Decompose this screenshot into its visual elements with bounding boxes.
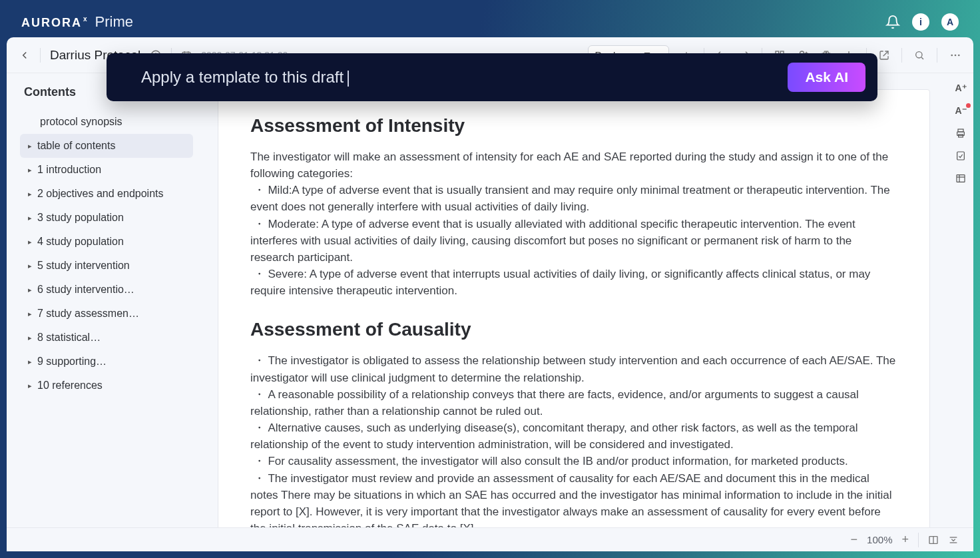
divider bbox=[40, 48, 41, 63]
header-actions: i A bbox=[885, 13, 959, 31]
right-rail: A⁺ A⁻ bbox=[948, 73, 973, 527]
toc-item-5[interactable]: ▸4 study population bbox=[20, 230, 193, 254]
sidebar: Contents protocol synopsis▸table of cont… bbox=[7, 73, 200, 527]
toc-item-4[interactable]: ▸3 study population bbox=[20, 206, 193, 230]
toc-item-label: 9 supporting… bbox=[37, 356, 107, 368]
brand-logo-text: AURORA bbox=[21, 16, 82, 30]
chevron-right-icon: ▸ bbox=[28, 310, 32, 318]
chevron-right-icon: ▸ bbox=[28, 334, 32, 342]
toc-item-9[interactable]: ▸8 statistical… bbox=[20, 326, 193, 350]
toc-item-7[interactable]: ▸6 study interventio… bbox=[20, 278, 193, 302]
font-decrease[interactable]: A⁻ bbox=[955, 105, 966, 116]
open-external-icon[interactable] bbox=[879, 50, 889, 61]
svg-point-17 bbox=[951, 54, 953, 56]
paragraph-causality: ・ The investigator is obligated to asses… bbox=[250, 352, 897, 527]
svg-rect-20 bbox=[958, 129, 963, 132]
ask-ai-button[interactable]: Ask AI bbox=[788, 63, 865, 92]
toc-item-0[interactable]: protocol synopsis bbox=[20, 110, 193, 134]
text-cursor bbox=[348, 71, 349, 87]
zoom-level: 100% bbox=[867, 534, 892, 545]
toc-list: protocol synopsis▸table of contents▸1 in… bbox=[20, 110, 193, 398]
toc-item-label: 6 study interventio… bbox=[37, 284, 134, 296]
chevron-right-icon: ▸ bbox=[28, 166, 32, 174]
font-decrease-label: A⁻ bbox=[955, 105, 966, 116]
svg-line-16 bbox=[921, 57, 923, 59]
brand-logo: AURORAx bbox=[21, 16, 89, 30]
document-scroll[interactable]: Assessment of Intensity The investigator… bbox=[200, 73, 948, 527]
grid-icon[interactable] bbox=[955, 173, 966, 184]
svg-rect-24 bbox=[957, 175, 965, 182]
paragraph-intensity: The investigator will make an assessment… bbox=[250, 148, 897, 299]
ai-prompt-text: Apply a template to this draft bbox=[141, 68, 349, 87]
toc-item-label: 4 study population bbox=[37, 236, 124, 248]
toc-item-label: table of contents bbox=[37, 140, 115, 152]
toc-item-6[interactable]: ▸5 study intervention bbox=[20, 254, 193, 278]
toc-item-label: 7 study assessmen… bbox=[37, 308, 139, 320]
info-icon[interactable]: i bbox=[912, 13, 929, 31]
search-button[interactable] bbox=[914, 50, 925, 61]
chevron-right-icon: ▸ bbox=[28, 358, 32, 366]
toc-item-1[interactable]: ▸table of contents bbox=[20, 134, 193, 158]
chevron-right-icon: ▸ bbox=[28, 238, 32, 246]
notification-dot bbox=[966, 103, 971, 108]
svg-point-19 bbox=[958, 54, 960, 56]
bell-icon[interactable] bbox=[885, 15, 900, 29]
back-button[interactable] bbox=[19, 49, 31, 61]
brand: AURORAx Prime bbox=[21, 13, 133, 31]
more-button[interactable] bbox=[949, 49, 961, 61]
zoom-out-button[interactable]: − bbox=[851, 533, 858, 547]
toc-item-label: 2 objectives and endpoints bbox=[37, 188, 163, 200]
toc-item-2[interactable]: ▸1 introduction bbox=[20, 158, 193, 182]
svg-rect-22 bbox=[959, 135, 963, 137]
layout-fit-icon[interactable] bbox=[948, 535, 959, 545]
toc-item-label: 10 references bbox=[37, 380, 103, 392]
chevron-right-icon: ▸ bbox=[28, 190, 32, 198]
zoom-in-button[interactable]: + bbox=[901, 533, 909, 547]
status-bar: − 100% + bbox=[7, 527, 973, 551]
main-row: Contents protocol synopsis▸table of cont… bbox=[7, 73, 973, 527]
chevron-right-icon: ▸ bbox=[28, 214, 32, 222]
brand-sub: Prime bbox=[95, 13, 133, 31]
toc-item-label: 5 study intervention bbox=[37, 260, 130, 272]
brand-logo-sup: x bbox=[83, 15, 89, 23]
document-column: Assessment of Intensity The investigator… bbox=[200, 73, 948, 527]
svg-point-18 bbox=[955, 54, 957, 56]
chevron-right-icon: ▸ bbox=[28, 286, 32, 294]
divider bbox=[901, 48, 902, 63]
toc-item-label: 1 introduction bbox=[37, 164, 101, 176]
divider bbox=[937, 48, 937, 63]
avatar[interactable]: A bbox=[941, 13, 959, 31]
toc-item-label: 3 study population bbox=[37, 212, 124, 224]
toc-item-10[interactable]: ▸9 supporting… bbox=[20, 350, 193, 374]
chevron-right-icon: ▸ bbox=[28, 142, 32, 150]
font-increase[interactable]: A⁺ bbox=[955, 83, 966, 93]
ai-prompt-bar: Apply a template to this draft Ask AI bbox=[107, 53, 877, 101]
svg-point-15 bbox=[916, 51, 922, 57]
heading-intensity: Assessment of Intensity bbox=[250, 115, 897, 137]
ai-prompt-value: Apply a template to this draft bbox=[141, 68, 344, 86]
layout-split-icon[interactable] bbox=[928, 535, 939, 545]
toc-item-8[interactable]: ▸7 study assessmen… bbox=[20, 302, 193, 326]
chevron-right-icon: ▸ bbox=[28, 262, 32, 270]
document-page: Assessment of Intensity The investigator… bbox=[218, 89, 930, 527]
toc-item-3[interactable]: ▸2 objectives and endpoints bbox=[20, 182, 193, 206]
workspace: Darrius Protocol 2022-07-01 13:31:20 Don… bbox=[7, 37, 973, 551]
note-icon[interactable] bbox=[955, 150, 966, 161]
toc-item-11[interactable]: ▸10 references bbox=[20, 374, 193, 398]
print-icon[interactable] bbox=[955, 128, 966, 139]
svg-rect-23 bbox=[957, 152, 965, 160]
heading-causality: Assessment of Causality bbox=[250, 319, 897, 340]
chevron-right-icon: ▸ bbox=[28, 382, 32, 390]
toc-item-label: protocol synopsis bbox=[40, 116, 122, 128]
app-header: AURORAx Prime i A bbox=[7, 7, 973, 37]
divider bbox=[918, 533, 919, 547]
toc-item-label: 8 statistical… bbox=[37, 332, 101, 344]
